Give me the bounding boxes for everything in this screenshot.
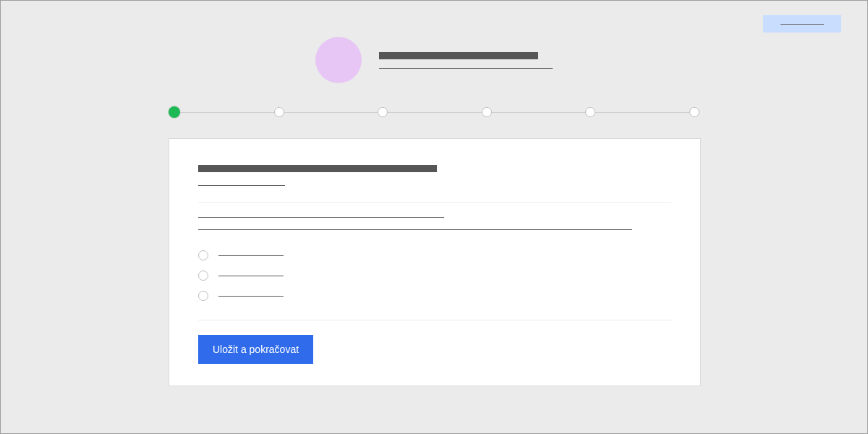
radio-option-1[interactable] xyxy=(198,250,671,260)
step-4[interactable] xyxy=(482,107,492,117)
header-text xyxy=(379,52,553,69)
page-subtitle xyxy=(379,68,553,69)
radio-group xyxy=(198,250,671,301)
step-6[interactable] xyxy=(689,107,699,117)
radio-label xyxy=(218,296,284,297)
divider xyxy=(198,320,671,320)
radio-icon xyxy=(198,271,208,281)
card-subheading xyxy=(198,185,285,186)
save-continue-button[interactable]: Uložit a pokračovat xyxy=(198,335,313,364)
top-action-label xyxy=(780,24,824,25)
avatar xyxy=(315,37,362,83)
radio-icon xyxy=(198,250,208,260)
page-title xyxy=(379,52,538,59)
radio-option-2[interactable] xyxy=(198,271,671,281)
step-connector xyxy=(284,112,378,113)
radio-option-3[interactable] xyxy=(198,291,671,301)
step-connector xyxy=(595,112,689,113)
step-connector xyxy=(180,112,274,113)
form-card: Uložit a pokračovat xyxy=(169,138,701,386)
step-5[interactable] xyxy=(585,107,595,117)
radio-icon xyxy=(198,291,208,301)
description-line-2 xyxy=(198,229,632,230)
card-heading xyxy=(198,165,437,172)
progress-stepper xyxy=(169,106,699,118)
step-3[interactable] xyxy=(378,107,388,117)
radio-label xyxy=(218,255,284,256)
step-2[interactable] xyxy=(274,107,284,117)
radio-label xyxy=(218,276,284,276)
top-action-button[interactable] xyxy=(763,15,841,33)
divider xyxy=(198,202,671,203)
step-connector xyxy=(492,112,586,113)
step-connector xyxy=(388,112,482,113)
description-line-1 xyxy=(198,217,444,218)
step-1[interactable] xyxy=(169,106,180,118)
page-header xyxy=(315,37,553,83)
